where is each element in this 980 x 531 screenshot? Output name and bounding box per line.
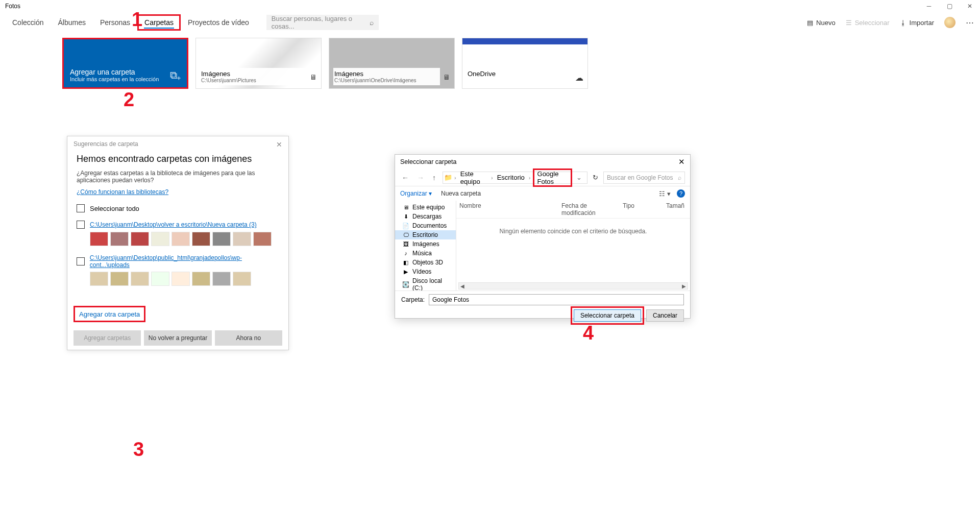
- close-icon[interactable]: ✕: [678, 157, 685, 166]
- tab-collection[interactable]: Colección: [5, 14, 51, 31]
- nav-up-icon[interactable]: ↑: [431, 174, 437, 182]
- tab-strip: Colección Álbumes Personas Carpetas Proy…: [5, 14, 256, 31]
- refresh-icon[interactable]: ↻: [593, 174, 598, 181]
- folder-card-onedrive-images[interactable]: Imágenes C:\Users\juanm\OneDrive\Imágene…: [329, 38, 455, 89]
- topbar: Colección Álbumes Personas Carpetas Proy…: [0, 12, 980, 33]
- select-all-label: Seleccionar todo: [90, 205, 139, 212]
- step-number-4: 4: [583, 322, 594, 344]
- tab-video-projects[interactable]: Proyectos de vídeo: [181, 14, 256, 31]
- thumbnail: [151, 232, 169, 246]
- import-icon: ⭳: [900, 19, 906, 27]
- titlebar: Fotos ─ ▢ ✕: [0, 0, 980, 12]
- side-desktop[interactable]: 🖵Escritorio: [395, 230, 456, 239]
- folder-cards: Agregar una carpeta Incluir más carpetas…: [0, 33, 980, 89]
- video-icon: ▶: [402, 269, 409, 275]
- import-button[interactable]: ⭳ Importar: [900, 19, 934, 27]
- search-input[interactable]: Buscar personas, lugares o cosas... ⌕: [266, 15, 379, 30]
- side-documents[interactable]: 📄Documentos: [395, 221, 456, 230]
- folder-meta: OneDrive: [467, 68, 573, 80]
- select-all-checkbox[interactable]: [77, 204, 85, 212]
- chevron-down-icon[interactable]: ⌄: [574, 174, 584, 181]
- picker-toolbar: Organizar ▾ Nueva carpeta ☷ ▾ ?: [395, 186, 690, 201]
- user-avatar[interactable]: [944, 17, 955, 28]
- desktop-icon: 🖵: [402, 232, 409, 238]
- close-button[interactable]: ✕: [965, 3, 975, 10]
- side-diskc[interactable]: 💽Disco local (C:): [395, 276, 456, 291]
- folder-card-pictures[interactable]: Imágenes C:\Users\juanm\Pictures 🖥: [195, 38, 322, 89]
- close-icon[interactable]: ✕: [276, 140, 282, 149]
- folder-path-2[interactable]: C:\Users\juanm\Desktop\public_html\granj…: [90, 254, 279, 269]
- maximize-button[interactable]: ▢: [944, 3, 954, 10]
- crumb-google-fotos[interactable]: Google Fotos: [533, 168, 572, 187]
- folder-checkbox-2[interactable]: [77, 257, 85, 266]
- device-icon: 🖥: [443, 73, 450, 81]
- thumbnail: [90, 272, 108, 286]
- tab-folders[interactable]: Carpetas: [137, 14, 181, 31]
- help-icon[interactable]: ?: [677, 189, 685, 198]
- thumbnail: [192, 232, 210, 246]
- col-name[interactable]: Nombre: [456, 201, 558, 218]
- thumbnail: [233, 232, 251, 246]
- pc-icon: 🖥: [402, 204, 409, 210]
- objects3d-icon: ◧: [402, 259, 409, 266]
- add-folder-card[interactable]: Agregar una carpeta Incluir más carpetas…: [62, 38, 188, 89]
- select-folder-button[interactable]: Seleccionar carpeta: [574, 309, 641, 322]
- breadcrumbs[interactable]: 📁 › Este equipo › Escritorio › Google Fo…: [443, 172, 587, 184]
- crumb-thispc[interactable]: Este equipo: [458, 170, 489, 186]
- picker-title: Seleccionar carpeta: [400, 158, 456, 165]
- scroll-left-icon[interactable]: ◀: [459, 283, 466, 289]
- side-videos[interactable]: ▶Vídeos: [395, 267, 456, 276]
- new-icon: ▤: [807, 19, 813, 27]
- nav-forward-icon[interactable]: →: [415, 174, 426, 182]
- side-images[interactable]: 🖼Imágenes: [395, 239, 456, 249]
- download-icon: ⬇: [402, 213, 409, 220]
- thumbnail: [90, 232, 108, 246]
- nav-back-icon[interactable]: ←: [400, 174, 410, 182]
- folder-card-onedrive[interactable]: OneDrive ☁: [462, 38, 588, 89]
- column-headers: Nombre Fecha de modificación Tipo Tamañ: [456, 201, 690, 219]
- thumbnail: [233, 272, 251, 286]
- minimize-button[interactable]: ─: [924, 3, 934, 10]
- add-another-folder-link[interactable]: Agregar otra carpeta: [79, 310, 140, 318]
- add-folder-title: Agregar una carpeta: [70, 68, 181, 76]
- search-icon: ⌕: [678, 174, 681, 181]
- more-button[interactable]: ⋯: [966, 18, 975, 28]
- scroll-right-icon[interactable]: ▶: [680, 283, 688, 289]
- thumbnails-row-2: [90, 272, 279, 286]
- tab-people[interactable]: Personas: [93, 14, 137, 31]
- chevron-right-icon: ›: [491, 175, 493, 181]
- dialog-header: Sugerencias de carpeta: [74, 140, 138, 149]
- new-button[interactable]: ▤ Nuevo: [807, 19, 836, 27]
- new-folder-button[interactable]: Nueva carpeta: [441, 190, 481, 197]
- folder-checkbox-1[interactable]: [77, 221, 85, 229]
- col-type[interactable]: Tipo: [620, 201, 663, 218]
- side-music[interactable]: ♪Música: [395, 249, 456, 258]
- folder-suggestions-dialog: Sugerencias de carpeta ✕ Hemos encontrad…: [67, 136, 289, 350]
- col-size[interactable]: Tamañ: [663, 201, 690, 218]
- thumbnails-row-1: [90, 232, 279, 246]
- dialog-title: Hemos encontrado carpetas con imágenes: [77, 154, 279, 164]
- tab-albums[interactable]: Álbumes: [51, 14, 92, 31]
- folder-thumbnail: [462, 38, 587, 88]
- dialog-buttons: Agregar carpetas No volver a preguntar A…: [67, 330, 288, 346]
- folder-path-1[interactable]: C:\Users\juanm\Desktop\volver a escritor…: [90, 221, 257, 228]
- side-downloads[interactable]: ⬇Descargas: [395, 212, 456, 221]
- horizontal-scrollbar[interactable]: ◀ ▶: [458, 282, 688, 289]
- select-button[interactable]: ☰ Seleccionar: [846, 19, 890, 27]
- not-now-button[interactable]: Ahora no: [215, 330, 282, 346]
- how-libraries-link[interactable]: ¿Cómo funcionan las bibliotecas?: [77, 188, 168, 196]
- folder-field-label: Carpeta:: [401, 296, 425, 303]
- crumb-desktop[interactable]: Escritorio: [495, 173, 527, 182]
- folder-name-input[interactable]: [429, 294, 684, 305]
- organize-dropdown[interactable]: Organizar ▾: [400, 190, 432, 197]
- add-folders-button[interactable]: Agregar carpetas: [74, 330, 141, 346]
- side-thispc[interactable]: 🖥Este equipo: [395, 203, 456, 212]
- col-date[interactable]: Fecha de modificación: [558, 201, 620, 218]
- thumbnail: [253, 232, 272, 246]
- side-objects3d[interactable]: ◧Objetos 3D: [395, 258, 456, 267]
- cancel-button[interactable]: Cancelar: [646, 309, 684, 322]
- folder-meta: Imágenes C:\Users\juanm\Pictures: [200, 68, 307, 85]
- picker-search-input[interactable]: Buscar en Google Fotos ⌕: [603, 172, 685, 184]
- dont-ask-button[interactable]: No volver a preguntar: [144, 330, 211, 346]
- view-options-icon[interactable]: ☷ ▾: [659, 190, 671, 198]
